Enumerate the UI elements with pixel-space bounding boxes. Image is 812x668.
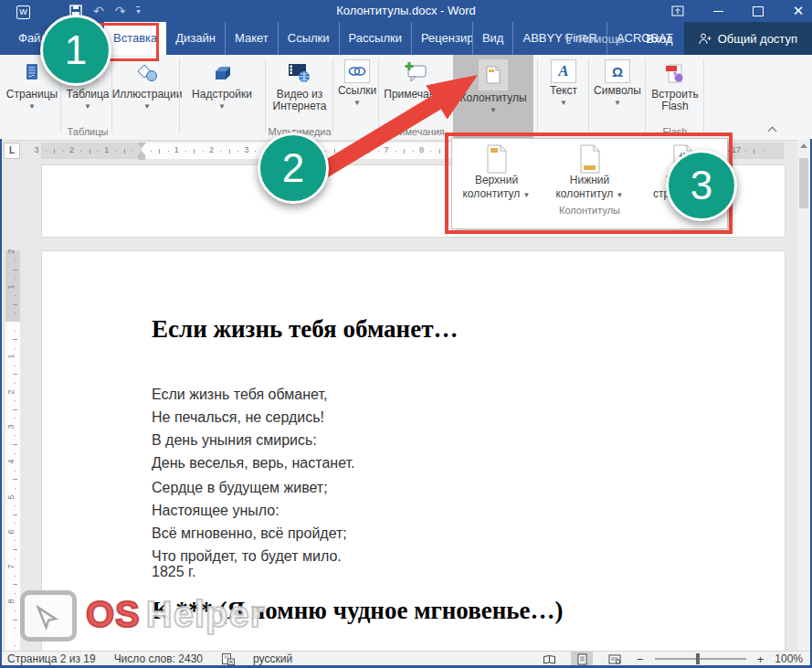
dropdown-arrow-icon: ▼: [353, 99, 361, 107]
dropdown-arrow-icon: ▼: [560, 99, 567, 107]
dropdown-arrow-icon: ▼: [490, 106, 497, 114]
document-area[interactable]: Если жизнь тебя обманет… Если жизнь тебя…: [0, 163, 812, 651]
language-indicator[interactable]: русский: [253, 652, 292, 665]
proofing-status-icon[interactable]: [221, 653, 235, 665]
left-indent-marker[interactable]: [138, 156, 145, 160]
first-line-indent-marker[interactable]: [137, 143, 146, 148]
step-badge-3: 3: [666, 150, 737, 221]
zoom-in-button[interactable]: +: [757, 652, 765, 666]
links-icon: [344, 59, 370, 83]
header-footer-button[interactable]: Колонтитулы ▼: [453, 55, 533, 141]
tab-references[interactable]: Ссылки: [278, 22, 339, 55]
window-left-edge: [0, 139, 2, 668]
collapse-ribbon-icon[interactable]: [769, 126, 776, 133]
word-count[interactable]: Число слов: 2430: [114, 652, 203, 665]
zoom-slider-thumb[interactable]: [696, 653, 700, 664]
pages-icon: [24, 59, 40, 87]
web-layout-button[interactable]: [604, 652, 626, 666]
group-label-tables: Таблицы: [68, 126, 109, 137]
symbols-button[interactable]: Ω Символы ▼: [592, 57, 643, 135]
dropdown-arrow-icon: ▼: [614, 99, 621, 107]
illustrations-button[interactable]: Иллюстрации ▼: [115, 57, 179, 135]
group-label-comments: Примечания: [386, 126, 445, 137]
lightbulb-icon: [564, 33, 574, 45]
online-video-icon: [288, 59, 311, 87]
text-icon: A: [551, 59, 576, 83]
comment-button[interactable]: Примечание: [382, 57, 449, 135]
minimize-button[interactable]: [712, 5, 724, 17]
share-button[interactable]: Общий доступ: [684, 22, 812, 55]
tab-review[interactable]: Рецензирова: [411, 22, 472, 55]
scroll-up-icon[interactable]: [800, 143, 807, 148]
ribbon-display-options-icon[interactable]: [671, 5, 684, 17]
addins-button[interactable]: Надстройки ▼: [183, 57, 261, 135]
tab-design[interactable]: Дизайн: [166, 22, 225, 55]
zoom-level[interactable]: 100%: [775, 652, 803, 665]
text-button[interactable]: A Текст ▼: [541, 57, 586, 135]
maximize-button[interactable]: [752, 5, 765, 17]
poem-year: 1825 г.: [152, 564, 195, 580]
zoom-slider[interactable]: [655, 658, 746, 660]
scrollbar-thumb[interactable]: [799, 158, 808, 208]
status-bar: Страница 2 из 19 Число слов: 2430 русски…: [0, 651, 812, 666]
addins-icon: [212, 59, 232, 87]
embed-flash-button[interactable]: Встроить Flash: [649, 57, 701, 135]
zoom-out-button[interactable]: −: [637, 652, 644, 666]
dropdown-arrow-icon: ▼: [143, 102, 151, 111]
comment-icon: [404, 59, 427, 87]
page-count[interactable]: Страница 2 из 19: [7, 652, 96, 665]
step-badge-1: 1: [40, 15, 111, 86]
watermark-helper: Helper: [146, 594, 266, 635]
dropdown-arrow-icon: ▼: [28, 102, 36, 111]
os-helper-watermark: OS Helper: [20, 590, 265, 641]
illustrations-icon: [137, 59, 158, 87]
poem-title-1: Если жизнь тебя обманет…: [152, 315, 458, 344]
cursor-logo-icon: [20, 590, 77, 641]
sign-in-button[interactable]: Вход: [635, 32, 683, 46]
vertical-ruler-ticks: 2112345678: [5, 250, 20, 651]
tab-help[interactable]: Помощь: [553, 32, 635, 46]
tab-row-right: Помощь Вход Общий доступ: [553, 22, 812, 55]
close-button[interactable]: ✕: [792, 5, 805, 17]
symbols-icon: Ω: [605, 59, 630, 83]
vertical-scrollbar[interactable]: [797, 140, 810, 651]
step-badge-2: 2: [258, 133, 329, 204]
ribbon: Страницы ▼ Таблица ▼ Иллюстрации ▼ Надст…: [0, 55, 812, 141]
embed-flash-icon: [665, 59, 685, 87]
watermark-os: OS: [86, 594, 141, 635]
links-button[interactable]: Ссылки ▼: [336, 57, 378, 135]
title-bar: W ↶ ↷ ▾ Колонтитулы.docx - Word ✕: [0, 0, 812, 22]
tab-view[interactable]: Вид: [472, 22, 513, 55]
vertical-ruler[interactable]: 2112345678: [5, 250, 20, 651]
window-controls: ✕: [671, 0, 805, 22]
person-add-icon: [699, 33, 712, 45]
header-footer-icon: [479, 59, 508, 90]
online-video-button[interactable]: Видео из Интернета: [269, 57, 331, 135]
read-mode-button[interactable]: [538, 652, 560, 666]
tab-layout[interactable]: Макет: [225, 22, 278, 55]
dropdown-arrow-icon: ▼: [84, 102, 91, 111]
dropdown-arrow-icon: ▼: [218, 102, 226, 111]
tab-mailings[interactable]: Рассылки: [339, 22, 411, 55]
stanza-2: Сердце в будущем живет; Настоящее уныло:…: [152, 476, 347, 567]
stanza-1: Если жизнь тебя обманет, Не печалься, не…: [152, 383, 355, 474]
print-layout-button[interactable]: [571, 652, 593, 666]
